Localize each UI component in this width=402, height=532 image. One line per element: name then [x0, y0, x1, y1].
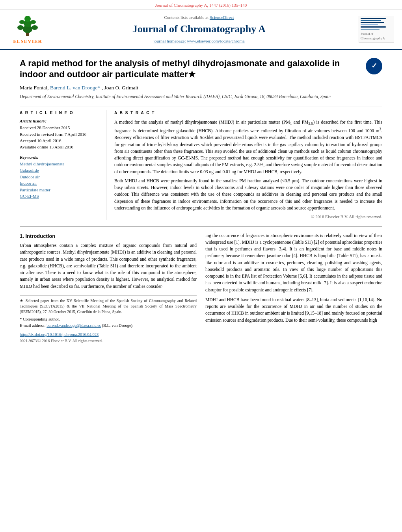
science-direct-link[interactable]: ScienceDirect	[210, 15, 234, 20]
article-body: A rapid method for the analysis of methy…	[0, 50, 402, 352]
elsevier-tree-icon	[13, 13, 42, 37]
info-abstract-section: A R T I C L E I N F O Article history: R…	[20, 106, 382, 220]
accepted-date: Accepted 10 April 2016	[20, 138, 100, 144]
abstract-text: A method for the analysis of methyl dihy…	[114, 119, 382, 211]
contents-available-line: Contents lists available at ScienceDirec…	[47, 15, 351, 20]
keywords-label: Keywords:	[20, 154, 100, 160]
author-vandrooge: Barend L. van Drooge*	[50, 85, 100, 91]
star-footnote: ★ Selected paper from the XV Scientific …	[20, 298, 197, 315]
abstract-para-1: A method for the analysis of methyl dihy…	[114, 119, 382, 175]
homepage-line: journal homepage: www.elsevier.com/locat…	[47, 38, 351, 44]
keyword-4[interactable]: Indoor air	[20, 180, 100, 186]
body-two-col: 1. Introduction Urban atmospheres contai…	[20, 232, 382, 344]
article-info-col: A R T I C L E I N F O Article history: R…	[20, 110, 106, 220]
intro-title: Introduction	[25, 233, 55, 239]
article-title-section: A rapid method for the analysis of methy…	[20, 58, 382, 80]
keyword-1[interactable]: Methyl dihydrojasmonate	[20, 161, 100, 167]
authors-line: Marta Fontal, Barend L. van Drooge* , Jo…	[20, 84, 382, 92]
received-date: Received 28 December 2015	[20, 125, 100, 131]
available-date: Available online 13 April 2016	[20, 144, 100, 150]
journal-logo-right: Journal ofChromatography A	[351, 16, 394, 43]
article-info-heading: A R T I C L E I N F O	[20, 110, 100, 116]
journal-header: ELSEVIER Contents lists available at Sci…	[0, 9, 402, 50]
section-divider	[20, 226, 382, 227]
svg-point-5	[32, 25, 38, 30]
issn-line: 0021-9673/© 2016 Elsevier B.V. All right…	[20, 338, 197, 344]
star-footnote-text: ★ Selected paper from the XV Scientific …	[20, 298, 197, 315]
author-fontal: Marta Fontal,	[20, 85, 50, 91]
abstract-col: A B S T R A C T A method for the analysi…	[114, 110, 382, 220]
elsevier-logo: ELSEVIER	[8, 13, 47, 45]
svg-point-8	[26, 33, 29, 36]
article-title: A rapid method for the analysis of methy…	[20, 58, 361, 80]
email-address[interactable]: barend.vandrooge@idaea.csic.es	[47, 323, 101, 328]
journal-citation-bar: Journal of Chromatography A, 1447 (2016)…	[0, 0, 402, 9]
keyword-2[interactable]: Galaxolide	[20, 167, 100, 173]
history-label: Article history:	[20, 118, 100, 124]
article-history-block: Article history: Received 28 December 20…	[20, 118, 100, 150]
contents-text: Contents lists available at	[164, 15, 208, 20]
svg-point-7	[30, 20, 36, 24]
svg-point-6	[19, 20, 25, 24]
corresponding-label: * Corresponding author.	[20, 317, 60, 321]
author-grimalt: , Joan O. Grimalt	[102, 85, 138, 91]
affiliation: Department of Environmental Chemistry, I…	[20, 93, 382, 100]
body-left-col: 1. Introduction Urban atmospheres contai…	[20, 232, 197, 344]
crossmark-icon[interactable]: ✓	[366, 58, 382, 74]
journal-cover-thumbnail: Journal ofChromatography A	[359, 16, 394, 43]
intro-right-para-1: ing the occurrence of fragrances in atmo…	[205, 232, 382, 293]
footnote-section: ★ Selected paper from the XV Scientific …	[20, 295, 197, 344]
keyword-6[interactable]: GC-EI-MS	[20, 193, 100, 199]
intro-right-para-2: MDHJ and HHCB have been found in residua…	[205, 297, 382, 324]
email-label: E-mail address:	[20, 323, 46, 328]
page-wrapper: Journal of Chromatography A, 1447 (2016)…	[0, 0, 402, 352]
email-line: E-mail address: barend.vandrooge@idaea.c…	[20, 323, 197, 329]
intro-left-text: Urban atmospheres contain a complex mixt…	[20, 242, 197, 290]
elsevier-label: ELSEVIER	[13, 38, 42, 45]
doi-section: http://dx.doi.org/10.1016/j.chroma.2016.…	[20, 332, 197, 338]
homepage-text: journal homepage:	[153, 39, 186, 43]
intro-heading: 1. Introduction	[20, 232, 197, 240]
keyword-3[interactable]: Outdoor air	[20, 174, 100, 180]
svg-point-3	[24, 16, 31, 22]
email-name: (B.L. van Drooge).	[102, 323, 134, 328]
journal-title: Journal of Chromatography A	[47, 22, 351, 36]
intro-number: 1.	[20, 233, 24, 239]
keywords-block: Keywords: Methyl dihydrojasmonate Galaxo…	[20, 154, 100, 200]
copyright-line: © 2016 Elsevier B.V. All rights reserved…	[114, 214, 382, 220]
keywords-list: Methyl dihydrojasmonate Galaxolide Outdo…	[20, 161, 100, 199]
svg-point-4	[17, 25, 24, 30]
abstract-para-2: Both MHDJ and HHCB were predominantly fo…	[114, 178, 382, 211]
journal-citation-text: Journal of Chromatography A, 1447 (2016)…	[155, 3, 247, 7]
homepage-url-link[interactable]: www.elsevier.com/locate/chroma	[187, 39, 245, 43]
corresponding-note: * Corresponding author.	[20, 316, 197, 323]
body-right-col: ing the occurrence of fragrances in atmo…	[205, 232, 382, 344]
doi-link[interactable]: http://dx.doi.org/10.1016/j.chroma.2016.…	[20, 332, 99, 337]
keyword-5[interactable]: Particulate matter	[20, 187, 100, 193]
abstract-heading: A B S T R A C T	[114, 110, 382, 116]
journal-center: Contents lists available at ScienceDirec…	[47, 15, 351, 44]
revised-date: Received in revised form 7 April 2016	[20, 132, 100, 137]
